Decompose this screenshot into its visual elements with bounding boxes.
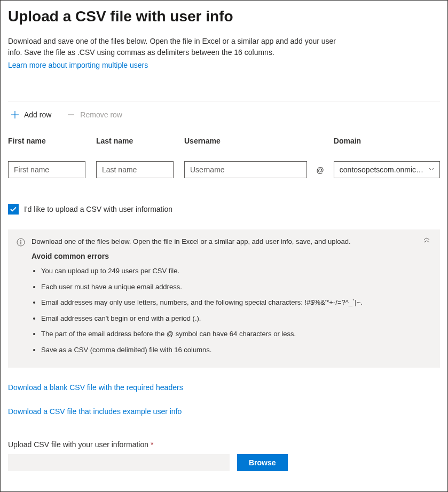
first-name-label: First name (8, 137, 85, 145)
svg-point-1 (20, 240, 21, 241)
info-bullet: You can upload up to 249 users per CSV f… (41, 266, 431, 276)
username-label: Username (184, 137, 307, 145)
add-row-button[interactable]: Add row (8, 108, 53, 122)
page-title: Upload a CSV file with user info (8, 8, 440, 25)
info-body: Avoid common errors You can upload up to… (32, 252, 431, 355)
upload-file-label-text: Upload CSV file with your user informati… (8, 440, 148, 449)
info-bullet: Save as a CSV (comma delimited) file wit… (41, 345, 431, 355)
upload-csv-checkbox[interactable] (8, 204, 19, 215)
username-input[interactable] (184, 161, 307, 178)
last-name-label: Last name (96, 137, 174, 145)
info-panel: Download one of the files below. Open th… (8, 229, 440, 368)
remove-row-label: Remove row (80, 110, 122, 119)
download-blank-csv-link[interactable]: Download a blank CSV file with the requi… (8, 383, 183, 392)
upload-section: Upload CSV file with your user informati… (8, 440, 440, 471)
collapse-icon[interactable] (423, 237, 430, 247)
upload-file-path-input[interactable] (8, 454, 230, 471)
info-bullet: Email addresses may only use letters, nu… (41, 297, 431, 308)
info-bullet: The part of the email address before the… (41, 329, 431, 339)
download-example-csv-link[interactable]: Download a CSV file that includes exampl… (8, 407, 182, 416)
first-name-input[interactable] (8, 161, 85, 178)
action-bar: Add row Remove row (8, 101, 440, 137)
minus-icon (66, 110, 76, 120)
domain-label: Domain (334, 137, 440, 145)
info-subtitle: Avoid common errors (32, 252, 431, 260)
domain-field: Domain contosopetscom.onmic… (334, 137, 440, 178)
intro-text: Download and save one of the files below… (8, 36, 339, 58)
last-name-field: Last name (96, 137, 174, 178)
last-name-input[interactable] (96, 161, 174, 178)
learn-more-link[interactable]: Learn more about importing multiple user… (8, 61, 148, 69)
upload-row: Browse (8, 454, 440, 471)
remove-row-button: Remove row (64, 108, 124, 122)
info-bullet: Each user must have a unique email addre… (41, 282, 431, 292)
upload-csv-checkbox-label: I'd like to upload a CSV with user infor… (24, 205, 172, 213)
info-bullet: Email addresses can't begin or end with … (41, 313, 431, 324)
upload-csv-panel: Upload a CSV file with user info Downloa… (0, 0, 448, 492)
required-mark: * (151, 440, 153, 449)
download-links: Download a blank CSV file with the requi… (8, 383, 440, 431)
domain-select[interactable]: contosopetscom.onmic… (334, 161, 440, 178)
plus-icon (10, 110, 20, 120)
info-header-text: Download one of the files below. Open th… (32, 237, 431, 247)
user-form-row: First name Last name Username @ Domain c… (8, 137, 440, 178)
info-header: Download one of the files below. Open th… (17, 237, 431, 247)
browse-button[interactable]: Browse (237, 454, 288, 471)
domain-selected-value: contosopetscom.onmic… (340, 165, 423, 174)
svg-rect-2 (20, 242, 21, 245)
first-name-field: First name (8, 137, 85, 178)
username-field: Username (184, 137, 307, 178)
info-icon (17, 238, 25, 247)
upload-csv-checkbox-row: I'd like to upload a CSV with user infor… (8, 204, 440, 215)
add-row-label: Add row (24, 110, 51, 119)
upload-file-label: Upload CSV file with your user informati… (8, 440, 440, 449)
at-symbol: @ (317, 166, 324, 178)
info-bullet-list: You can upload up to 249 users per CSV f… (32, 266, 431, 355)
